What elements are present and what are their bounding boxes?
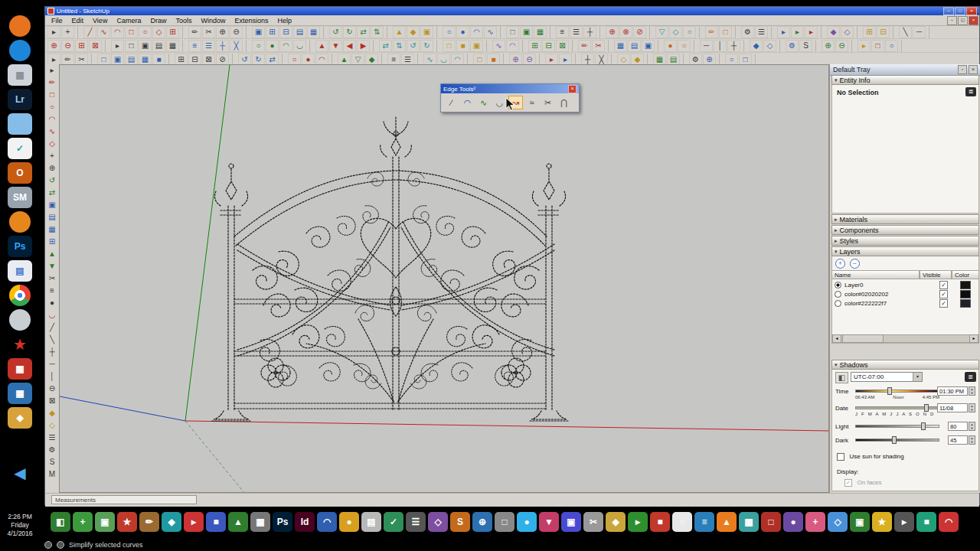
tool-palette-icon[interactable]: ✏	[46, 77, 58, 89]
toolbar-icon[interactable]: ⊠	[89, 40, 102, 52]
toolbar-icon[interactable]: ▣	[252, 26, 265, 38]
toolbar-icon[interactable]: ⊞	[863, 26, 876, 38]
toolbar-icon[interactable]: ●	[266, 40, 279, 52]
dark-slider-thumb[interactable]	[892, 436, 897, 444]
tool-palette-icon[interactable]: ⊞	[46, 236, 58, 248]
toolbar-icon[interactable]: ▸	[47, 26, 60, 38]
toolbar-icon[interactable]: ┼	[216, 40, 229, 52]
desktop-icon-outlook[interactable]: O	[8, 162, 32, 184]
toolbar-icon[interactable]: □	[125, 26, 138, 38]
scroll-left-icon[interactable]: ◂	[832, 334, 841, 343]
taskbar-icon[interactable]: ●	[783, 512, 803, 532]
toolbar-icon[interactable]: ▣	[642, 40, 655, 52]
section-styles[interactable]: ▸ Styles	[831, 236, 979, 246]
toolbar-icon[interactable]: ○	[443, 26, 456, 38]
tray-close-button[interactable]: ×	[969, 65, 978, 74]
toolbar-icon[interactable]: ◇	[669, 26, 682, 38]
time-stepper[interactable]: ▴▾	[969, 386, 975, 396]
toolbar-icon[interactable]: ☰	[570, 26, 583, 38]
toolbar-icon[interactable]: ▤	[293, 26, 306, 38]
tool-palette-icon[interactable]: ⇄	[46, 187, 58, 199]
section-layers[interactable]: ▾ Layers	[831, 246, 979, 256]
child-close-button[interactable]: ×	[969, 16, 978, 25]
entity-details-icon[interactable]: ≣	[965, 87, 976, 96]
toolbar-icon[interactable]: ◡	[293, 40, 306, 52]
tool-palette-icon[interactable]: ◡	[46, 309, 58, 321]
toolbar-icon[interactable]: ◆	[827, 26, 840, 38]
desktop-icon-chrome[interactable]	[9, 285, 31, 306]
column-name[interactable]: Name	[831, 270, 920, 279]
tool-palette-icon[interactable]: ○	[46, 101, 58, 113]
menu-window[interactable]: Window	[196, 17, 230, 24]
section-materials[interactable]: ▸ Materials	[831, 214, 979, 224]
layer-visible-checkbox[interactable]: ✓	[939, 281, 948, 289]
layer-color-swatch[interactable]	[960, 290, 971, 298]
tool-palette-icon[interactable]: ▣	[46, 199, 58, 211]
desktop-icon-red-app[interactable]: ▦	[8, 358, 32, 380]
tool-palette-icon[interactable]: ▼	[46, 260, 58, 272]
taskbar-icon[interactable]: ○	[672, 512, 692, 532]
toolbar-icon[interactable]: ▸	[777, 26, 790, 38]
tool-palette-icon[interactable]: │	[46, 370, 58, 383]
taskbar-icon[interactable]: ◧	[51, 512, 70, 532]
edge-tools-close-icon[interactable]: ×	[568, 85, 577, 93]
on-faces-checkbox[interactable]: ✓	[844, 479, 852, 487]
desktop-icon-folder[interactable]	[8, 113, 32, 135]
toolbar-icon[interactable]: ◇	[152, 26, 165, 38]
toolbar-icon[interactable]: ┼	[727, 40, 740, 52]
desktop-icon-browser-blue[interactable]	[9, 40, 31, 61]
tool-palette-icon[interactable]: ∿	[46, 126, 58, 138]
toolbar-icon[interactable]: ▲	[315, 40, 328, 52]
toolbar-icon[interactable]: ⊕	[606, 26, 619, 38]
toolbar-icon[interactable]: S	[799, 40, 812, 52]
taskbar-icon[interactable]: ▣	[561, 512, 581, 532]
desktop-icon-back-arrow[interactable]: ◀	[8, 462, 32, 484]
toolbar-icon[interactable]: ○	[252, 40, 265, 52]
tool-palette-icon[interactable]: ▲	[46, 248, 58, 260]
light-stepper[interactable]: ▴▾	[969, 422, 975, 431]
toolbar-icon[interactable]: ◠	[111, 26, 124, 38]
toolbar-icon[interactable]: ⊟	[279, 26, 292, 38]
tool-palette-icon[interactable]: ╱	[46, 321, 58, 334]
desktop-icon-check-app[interactable]: ✓	[8, 138, 32, 159]
taskbar-icon[interactable]: ▸	[894, 512, 914, 532]
use-sun-checkbox[interactable]	[837, 453, 844, 461]
toolbar-icon[interactable]: ◠	[470, 26, 483, 38]
toolbar-icon[interactable]: ╲	[899, 26, 912, 38]
toolbar-icon[interactable]: ▦	[166, 40, 179, 52]
toolbar-icon[interactable]: ●	[664, 40, 677, 52]
tool-palette-icon[interactable]: ●	[46, 297, 58, 309]
toolbar-icon[interactable]: □	[506, 26, 519, 38]
date-stepper[interactable]: ▴▾	[969, 403, 975, 412]
edge-tool-curvizard[interactable]: ∿	[476, 96, 491, 109]
layer-color-swatch[interactable]	[960, 281, 971, 289]
tool-palette-icon[interactable]: ⊖	[46, 383, 58, 395]
layer-visible-checkbox[interactable]: ✓	[939, 299, 948, 308]
toolbar-icon[interactable]: ◀	[343, 40, 356, 52]
tool-palette-icon[interactable]: ┼	[46, 346, 58, 358]
tray-title-bar[interactable]: Default Tray ▫ ×	[830, 64, 980, 76]
toolbar-icon[interactable]: ⇅	[371, 26, 384, 38]
toolbar-icon[interactable]: ●	[456, 26, 469, 38]
layer-visible-checkbox[interactable]: ✓	[939, 290, 948, 298]
section-components[interactable]: ▸ Components	[831, 225, 979, 235]
taskbar-icon[interactable]: ◆	[606, 512, 626, 532]
measurements-box[interactable]: Measurements	[51, 495, 197, 504]
menu-file[interactable]: File	[47, 17, 67, 24]
toolbar-icon[interactable]: ◇	[841, 26, 854, 38]
toolbar-icon[interactable]: ☰	[202, 40, 215, 52]
taskbar-icon[interactable]: ▲	[717, 512, 737, 532]
tool-palette-icon[interactable]: ☰	[46, 432, 58, 444]
toolbar-icon[interactable]: ↺	[329, 26, 342, 38]
desktop-icon-firefox[interactable]	[9, 15, 31, 37]
time-slider[interactable]	[855, 387, 939, 394]
toolbar-icon[interactable]: ▣	[139, 40, 152, 52]
drawing-canvas[interactable]	[59, 64, 829, 493]
tool-palette-icon[interactable]: ─	[46, 358, 58, 370]
toolbar-icon[interactable]: □	[443, 40, 456, 52]
taskbar-icon[interactable]: Id	[295, 512, 315, 532]
toolbar-icon[interactable]: ▣	[420, 26, 433, 38]
tool-palette-icon[interactable]: ✂	[46, 272, 58, 285]
layer-row[interactable]: color#222222f7✓	[831, 298, 979, 308]
toolbar-icon[interactable]: ─	[700, 40, 713, 52]
